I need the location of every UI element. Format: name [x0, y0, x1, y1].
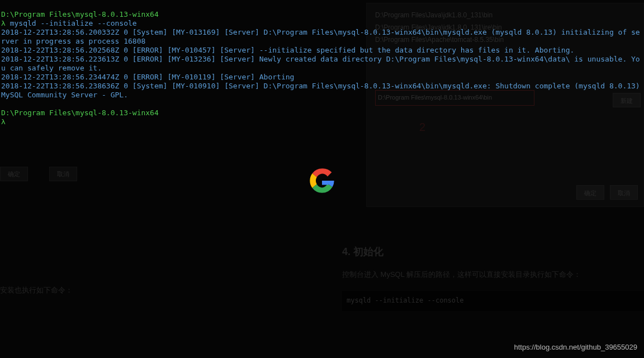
log-line: 2018-12-22T13:28:56.234474Z 0 [ERROR] [M… [1, 73, 643, 82]
google-logo-icon [305, 163, 339, 198]
log-line: 2018-12-22T13:28:56.238636Z 0 [System] [… [1, 82, 643, 100]
blank-line [1, 100, 643, 109]
prompt-path: D:\Program Files\mysql-8.0.13-winx64 [1, 109, 159, 117]
prompt-lambda: λ [1, 117, 6, 126]
log-line: 2018-12-22T13:28:56.200332Z 0 [System] [… [1, 28, 643, 46]
terminal-output[interactable]: D:\Program Files\mysql-8.0.13-winx64 λ m… [0, 0, 644, 128]
watermark-text: https://blog.csdn.net/github_39655029 [514, 343, 637, 351]
prompt-line: D:\Program Files\mysql-8.0.13-winx64 [1, 109, 643, 117]
prompt-path: D:\Program Files\mysql-8.0.13-winx64 [1, 10, 159, 18]
log-line: 2018-12-22T13:28:56.223613Z 0 [ERROR] [M… [1, 55, 643, 73]
command-line: λ mysqld --initialize --console [1, 19, 643, 28]
log-line: 2018-12-22T13:28:56.202568Z 0 [ERROR] [M… [1, 46, 643, 55]
prompt-line: D:\Program Files\mysql-8.0.13-winx64 [1, 10, 643, 19]
command-text: mysqld --initialize --console [10, 19, 137, 27]
prompt-lambda: λ [1, 19, 6, 27]
prompt-line: λ [1, 117, 643, 126]
